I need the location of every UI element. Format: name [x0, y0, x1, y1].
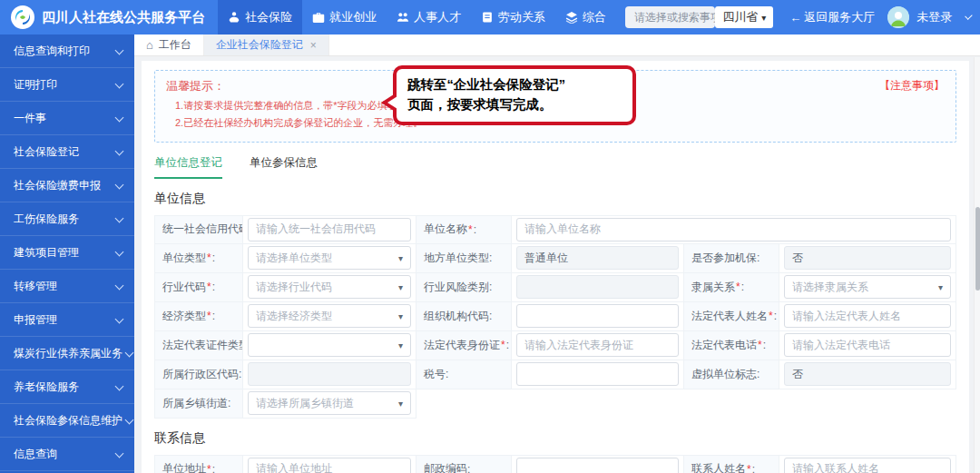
page-tab-0[interactable]: ⌂工作台: [134, 34, 204, 55]
readonly-field: [248, 362, 411, 386]
sidebar-item-8[interactable]: 申报管理: [0, 303, 134, 337]
text-input[interactable]: 请输入单位地址: [248, 458, 411, 473]
field-label: 法定代表身份证*:: [416, 331, 512, 360]
form-row: 法定代表证件类型:▾法定代表身份证*:请输入法定代表身份证法定代表电话*:请输入…: [154, 331, 956, 360]
field-label: 单位类型*:: [154, 244, 243, 273]
subtab-0[interactable]: 单位信息登记: [154, 155, 222, 179]
text-input[interactable]: [516, 362, 679, 386]
sidebar-item-10[interactable]: 养老保险服务: [0, 370, 134, 404]
form-table: 统一社会信用代码*:请输入统一社会信用代码单位名称*:请输入单位名称单位类型*:…: [154, 215, 956, 419]
text-input[interactable]: 请输入法定代表身份证: [516, 333, 679, 357]
required-asterisk: *: [207, 281, 211, 293]
sidebar-item-label: 信息查询和打印: [14, 44, 90, 59]
platform-logo-icon: [11, 5, 34, 29]
field-label: 单位地址*:: [154, 455, 243, 473]
back-to-hall-link[interactable]: ← 返回服务大厅: [789, 9, 875, 25]
select-field[interactable]: 请选择所属乡镇街道▾: [248, 391, 411, 415]
sidebar-item-label: 养老保险服务: [14, 379, 79, 395]
readonly-field: 普通单位: [516, 246, 679, 270]
select-field[interactable]: 请选择经济类型▾: [248, 304, 411, 328]
required-asterisk: *: [207, 463, 211, 473]
chevron-down-icon: [115, 79, 124, 88]
nav-item-talent[interactable]: 人事人才: [387, 0, 471, 34]
sidebar-item-3[interactable]: 社会保险登记: [0, 135, 134, 169]
text-input[interactable]: 请输入法定代表电话: [784, 333, 951, 357]
region-selector[interactable]: 四川省 ▾: [715, 6, 773, 28]
platform-title: 四川人社在线公共服务平台: [42, 9, 205, 26]
sidebar-item-2[interactable]: 一件事: [0, 102, 134, 135]
nav-item-labor-relations[interactable]: 劳动关系: [471, 0, 555, 34]
back-link-label: 返回服务大厅: [804, 9, 875, 25]
field-label: 地方单位类型:: [416, 244, 512, 273]
text-input[interactable]: [516, 304, 679, 328]
field-cell: 否: [779, 244, 956, 273]
sidebar-item-7[interactable]: 转移管理: [0, 270, 134, 303]
subtab-1[interactable]: 单位参保信息: [250, 155, 318, 179]
sidebar-item-9[interactable]: 煤炭行业供养亲属业务: [0, 337, 134, 370]
sidebar-item-label: 社会保险缴费申报: [14, 178, 101, 193]
select-field[interactable]: 请选择行业代码▾: [248, 275, 411, 299]
required-asterisk: *: [747, 463, 751, 473]
sidebar-item-4[interactable]: 社会保险缴费申报: [0, 169, 134, 202]
page-tab-label: 企业社会保险登记: [216, 37, 303, 53]
callout-text: 跳转至“企业社会保险登记”页面，按要求填写完成。: [407, 75, 622, 115]
scrollbar-thumb[interactable]: [975, 207, 980, 291]
sidebar-item-5[interactable]: 工伤保险服务: [0, 202, 134, 236]
field-cell: [512, 455, 684, 473]
notice-box: 温馨提示： 1.请按要求提供完整准确的信息，带*字段为必填项目。2.已经在社保经…: [154, 70, 956, 143]
page-tabbar: ⌂工作台企业社会保险登记×: [134, 34, 980, 56]
form-row: 行业代码*:请选择行业代码▾行业风险类别:隶属关系*:请选择隶属关系▾: [154, 273, 956, 302]
sidebar-item-12[interactable]: 信息查询: [0, 438, 134, 471]
text-input[interactable]: 请输入联系人姓名: [784, 458, 951, 473]
chevron-down-icon: [115, 213, 124, 222]
select-arrow-icon: ▾: [398, 340, 403, 350]
section-title: 联系信息: [154, 430, 956, 447]
sidebar-item-11[interactable]: 社会保险参保信息维护: [0, 404, 134, 438]
field-label-text: 单位名称: [424, 222, 467, 237]
text-input[interactable]: [516, 458, 679, 473]
field-label: 统一社会信用代码*:: [154, 215, 243, 244]
field-label-text: 地方单位类型: [424, 251, 489, 266]
readonly-field: 否: [784, 362, 951, 386]
field-label-text: 经济类型: [162, 309, 206, 324]
field-cell: 请输入法定代表人姓名: [779, 302, 956, 331]
sidebar-item-label: 信息查询: [14, 447, 57, 462]
nav-item-comprehensive[interactable]: 综合: [555, 0, 616, 34]
user-avatar[interactable]: [887, 6, 909, 28]
select-placeholder: 请选择行业代码: [256, 280, 332, 295]
text-input[interactable]: 请输入单位名称: [516, 218, 951, 241]
field-label: 税号:: [416, 360, 512, 389]
nav-item-social-insurance[interactable]: 社会保险: [218, 0, 302, 34]
field-label-text: 税号: [424, 367, 446, 382]
page-tab-1[interactable]: 企业社会保险登记×: [204, 34, 329, 55]
field-label: 隶属关系*:: [684, 273, 779, 302]
notice-link[interactable]: 【注意事项】: [879, 78, 945, 94]
sidebar-item-0[interactable]: 信息查询和打印: [0, 34, 134, 68]
header-chevron-down-icon[interactable]: [965, 12, 972, 19]
main-layout: 信息查询和打印证明打印一件事社会保险登记社会保险缴费申报工伤保险服务建筑项目管理…: [0, 34, 980, 473]
required-asterisk: *: [769, 310, 773, 322]
select-placeholder: 请选择经济类型: [256, 309, 332, 324]
form-row: 所属行政区代码:税号:虚拟单位标志:否: [154, 360, 956, 389]
select-field[interactable]: 请选择单位类型▾: [248, 246, 411, 270]
search-input[interactable]: 请选择或搜索事项: [625, 6, 715, 28]
input-placeholder: 请输入单位名称: [524, 222, 601, 237]
nav-item-label: 人事人才: [414, 9, 461, 25]
field-cell: 请选择经济类型▾: [243, 302, 416, 331]
sidebar-item-label: 工伤保险服务: [14, 212, 79, 227]
close-tab-icon[interactable]: ×: [310, 39, 317, 52]
main-nav: 社会保险就业创业人事人才劳动关系综合: [218, 0, 616, 34]
vertical-scrollbar[interactable]: [974, 57, 980, 473]
field-label-text: 所属行政区代码: [162, 367, 239, 382]
sidebar-item-1[interactable]: 证明打印: [0, 68, 134, 102]
nav-item-employment[interactable]: 就业创业: [302, 0, 387, 34]
text-input[interactable]: 请输入法定代表人姓名: [784, 304, 951, 328]
input-placeholder: 请输入单位地址: [256, 461, 332, 473]
login-status[interactable]: 未登录: [916, 9, 952, 25]
sidebar-item-6[interactable]: 建筑项目管理: [0, 236, 134, 270]
text-input[interactable]: 请输入统一社会信用代码: [248, 218, 411, 241]
select-field[interactable]: 请选择隶属关系▾: [784, 275, 951, 299]
chevron-down-icon: [115, 146, 124, 155]
input-placeholder: 请输入法定代表人姓名: [792, 309, 901, 324]
select-field[interactable]: ▾: [248, 333, 411, 357]
